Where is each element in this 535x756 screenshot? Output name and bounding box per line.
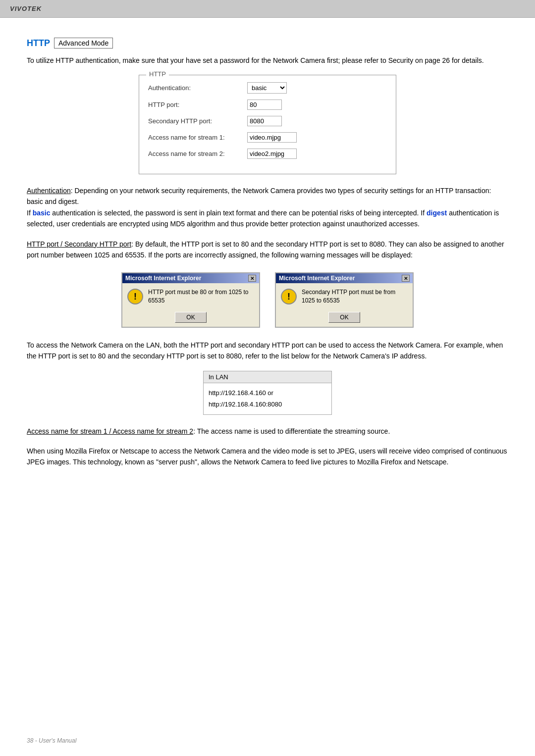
dialog-1: Microsoft Internet Explorer ✕ ! HTTP por…: [121, 272, 260, 328]
dialog-1-body: ! HTTP port must be 80 or from 1025 to 6…: [122, 283, 259, 309]
lan-box: In LAN http://192.168.4.160 or http://19…: [203, 371, 332, 415]
dialog-2-warning-icon: !: [281, 289, 297, 304]
http-port-row: HTTP port:: [148, 100, 387, 110]
auth-section-label: Authentication: [27, 187, 71, 195]
dialog-1-message: HTTP port must be 80 or from 1025 to 655…: [148, 288, 252, 305]
top-bar: VIVOTEK: [0, 0, 535, 18]
http-heading: HTTP: [27, 38, 50, 49]
stream2-label: Access name for stream 2:: [148, 150, 247, 157]
lan-body: http://192.168.4.160 or http://192.168.4…: [204, 383, 331, 414]
dialog-2-body: ! Secondary HTTP port must be from 1025 …: [276, 283, 413, 309]
auth-label: Authentication:: [148, 84, 247, 92]
dialog-2-titlebar: Microsoft Internet Explorer ✕: [276, 273, 413, 283]
http-port-input[interactable]: [247, 100, 282, 110]
lan-url2: http://192.168.4.160:8080: [209, 399, 326, 410]
stream-section: Access name for stream 1 / Access name f…: [27, 426, 508, 437]
auth-section: Authentication: Depending on your networ…: [27, 185, 508, 230]
dialog-1-close-button[interactable]: ✕: [248, 275, 256, 282]
stream1-label: Access name for stream 1:: [148, 134, 247, 141]
http-port-section-label: HTTP port / Secondary HTTP port: [27, 240, 131, 248]
http-port-label: HTTP port:: [148, 101, 247, 108]
secondary-port-input[interactable]: [247, 116, 282, 126]
content-area: HTTP Advanced Mode To utilize HTTP authe…: [0, 18, 535, 506]
lan-header: In LAN: [204, 371, 331, 383]
dialog-1-footer: OK: [122, 309, 259, 327]
dialogs-row: Microsoft Internet Explorer ✕ ! HTTP por…: [27, 272, 508, 328]
lan-url1: http://192.168.4.160 or: [209, 387, 326, 399]
firefox-section: When using Mozilla Firefox or Netscape t…: [27, 446, 508, 468]
advanced-mode-badge: Advanced Mode: [54, 38, 113, 49]
dialog-1-warning-icon: !: [127, 289, 143, 304]
dialog-1-titlebar: Microsoft Internet Explorer ✕: [122, 273, 259, 283]
auth-basic-keyword: basic: [33, 209, 51, 217]
dialog-2-title: Microsoft Internet Explorer: [279, 275, 355, 282]
auth-select[interactable]: basic digest: [247, 82, 287, 94]
dialog-2-ok-button[interactable]: OK: [328, 312, 360, 323]
auth-text2-mid: authentication is selected, the password…: [50, 209, 427, 217]
intro-paragraph: To utilize HTTP authentication, make sur…: [27, 55, 508, 66]
stream1-input[interactable]: [247, 132, 297, 143]
stream1-row: Access name for stream 1:: [148, 132, 387, 143]
dialog-2: Microsoft Internet Explorer ✕ ! Secondar…: [275, 272, 414, 328]
stream2-row: Access name for stream 2:: [148, 149, 387, 159]
secondary-port-label: Secondary HTTP port:: [148, 117, 247, 125]
title-row: HTTP Advanced Mode: [27, 38, 508, 49]
auth-text1: : Depending on your network security req…: [27, 187, 491, 205]
http-port-section: HTTP port / Secondary HTTP port: By defa…: [27, 239, 508, 261]
auth-text2-pre: If: [27, 209, 33, 217]
dialog-1-ok-button[interactable]: OK: [175, 312, 206, 323]
dialog-2-close-button[interactable]: ✕: [402, 275, 410, 282]
auth-digest-keyword: digest: [427, 209, 447, 217]
http-settings-box: HTTP Authentication: basic digest HTTP p…: [139, 75, 396, 174]
page-footer: 38 - User's Manual: [27, 737, 76, 744]
dialog-2-footer: OK: [276, 309, 413, 327]
stream-section-label: Access name for stream 1 / Access name f…: [27, 427, 193, 435]
http-box-legend: HTTP: [146, 70, 169, 78]
lan-intro: To access the Network Camera on the LAN,…: [27, 340, 508, 362]
brand-logo: VIVOTEK: [10, 5, 42, 12]
dialog-2-message: Secondary HTTP port must be from 1025 to…: [302, 288, 406, 305]
stream2-input[interactable]: [247, 149, 297, 159]
dialog-1-title: Microsoft Internet Explorer: [125, 275, 201, 282]
stream-section-text: : The access name is used to differentia…: [193, 427, 390, 435]
auth-row: Authentication: basic digest: [148, 82, 387, 94]
secondary-port-row: Secondary HTTP port:: [148, 116, 387, 126]
